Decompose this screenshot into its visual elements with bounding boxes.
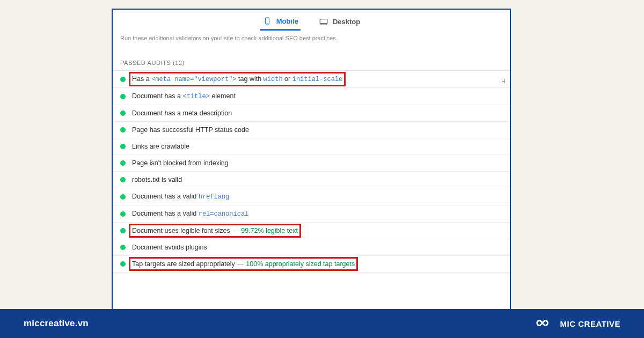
pass-indicator-icon xyxy=(120,94,126,99)
audit-text: Page isn't blocked from indexing xyxy=(132,159,229,167)
audit-text: Document has a valid hreflang xyxy=(132,193,229,201)
audit-text-part: Page has successful HTTP status code xyxy=(132,126,249,134)
code-token: hreflang xyxy=(199,193,230,201)
audit-text: Links are crawlable xyxy=(132,143,189,150)
pass-indicator-icon xyxy=(120,211,126,217)
pass-indicator-icon xyxy=(120,127,126,133)
audit-text: Document has a <title> element xyxy=(132,92,236,100)
audit-panel: Mobile Desktop Run these additional vali… xyxy=(112,9,511,313)
audit-row[interactable]: Document uses legible font sizes—99.72% … xyxy=(113,223,510,239)
infinity-icon xyxy=(535,318,554,330)
hide-marker: H xyxy=(501,78,506,84)
audit-row[interactable]: Document has a valid rel=canonical xyxy=(113,205,510,223)
footer-site: miccreative.vn xyxy=(24,318,89,329)
audit-text: Document has a valid rel=canonical xyxy=(132,210,248,218)
device-tabs: Mobile Desktop xyxy=(113,10,510,33)
audit-text-part: element xyxy=(210,92,236,100)
pass-indicator-icon xyxy=(120,177,126,182)
audit-text: Document uses legible font sizes—99.72% … xyxy=(132,227,298,234)
code-token: <title> xyxy=(183,93,210,100)
footer-brand-text: MIC CREATIVE xyxy=(560,319,620,328)
tab-mobile[interactable]: Mobile xyxy=(260,15,301,31)
section-title-text: PASSED AUDITS xyxy=(120,60,171,66)
audit-text: Has a <meta name="viewport"> tag with wi… xyxy=(132,75,342,83)
audit-text-part: — xyxy=(232,227,239,234)
desktop-icon xyxy=(319,17,328,27)
pass-indicator-icon xyxy=(120,160,126,166)
audit-row[interactable]: Document has a meta description xyxy=(113,105,510,122)
audit-text-part: — xyxy=(237,260,244,268)
pass-indicator-icon xyxy=(120,144,126,149)
svg-rect-2 xyxy=(320,19,327,23)
audit-text: robots.txt is valid xyxy=(132,176,182,183)
audit-list: Has a <meta name="viewport"> tag with wi… xyxy=(113,70,510,273)
pass-indicator-icon xyxy=(120,194,126,200)
section-count: (12) xyxy=(173,60,185,66)
audit-row[interactable]: Tap targets are sized appropriately—100%… xyxy=(113,256,510,273)
code-token: rel=canonical xyxy=(199,210,249,218)
pass-indicator-icon xyxy=(120,228,126,233)
audit-text: Tap targets are sized appropriately—100%… xyxy=(132,260,355,268)
audit-text-part: Document has a valid xyxy=(132,193,199,200)
pass-indicator-icon xyxy=(120,111,126,116)
tab-desktop[interactable]: Desktop xyxy=(317,15,362,31)
tab-desktop-label: Desktop xyxy=(333,18,360,26)
audit-text-part: Document uses legible font sizes xyxy=(132,227,230,234)
audit-metric: 100% appropriately sized tap targets xyxy=(246,260,355,268)
audit-row[interactable]: Document avoids plugins xyxy=(113,239,510,256)
audit-text-part: Document avoids plugins xyxy=(132,244,207,251)
code-token: initial-scale xyxy=(292,76,343,83)
audit-text-part: Has a xyxy=(132,75,151,83)
mobile-icon xyxy=(262,16,272,26)
audit-row[interactable]: Links are crawlable xyxy=(113,138,510,155)
pass-indicator-icon xyxy=(120,261,126,267)
audit-row[interactable]: Document has a <title> element xyxy=(113,88,510,105)
code-token: <meta name="viewport"> xyxy=(151,76,236,83)
audit-text: Document avoids plugins xyxy=(132,244,207,251)
audit-row[interactable]: Has a <meta name="viewport"> tag with wi… xyxy=(113,71,510,88)
passed-audits-heading: PASSED AUDITS (12) xyxy=(113,50,510,70)
audit-text-part: Document has a meta description xyxy=(132,109,232,117)
audit-row[interactable]: Document has a valid hreflang xyxy=(113,188,510,205)
audit-row[interactable]: robots.txt is valid xyxy=(113,172,510,188)
pass-indicator-icon xyxy=(120,77,126,82)
audit-text-part: or xyxy=(283,75,292,83)
audit-text-part: robots.txt is valid xyxy=(132,176,182,183)
audit-text: Document has a meta description xyxy=(132,109,232,117)
seo-hint: Run these additional validators on your … xyxy=(113,33,510,50)
audit-text-part: Tap targets are sized appropriately xyxy=(132,260,235,268)
audit-text-part: tag with xyxy=(237,75,264,83)
footer-brand: MIC CREATIVE xyxy=(535,318,620,330)
pass-indicator-icon xyxy=(120,245,126,250)
audit-metric: 99.72% legible text xyxy=(241,227,298,234)
tab-mobile-label: Mobile xyxy=(276,17,298,25)
audit-text-part: Page isn't blocked from indexing xyxy=(132,159,229,167)
audit-text-part: Links are crawlable xyxy=(132,143,189,150)
audit-text-part: Document has a xyxy=(132,92,183,100)
audit-text-part: Document has a valid xyxy=(132,210,199,217)
code-token: width xyxy=(264,76,283,83)
audit-row[interactable]: Page isn't blocked from indexing xyxy=(113,155,510,172)
audit-row[interactable]: Page has successful HTTP status code xyxy=(113,122,510,138)
audit-text: Page has successful HTTP status code xyxy=(132,126,249,134)
branding-footer: miccreative.vn MIC CREATIVE xyxy=(0,309,644,338)
